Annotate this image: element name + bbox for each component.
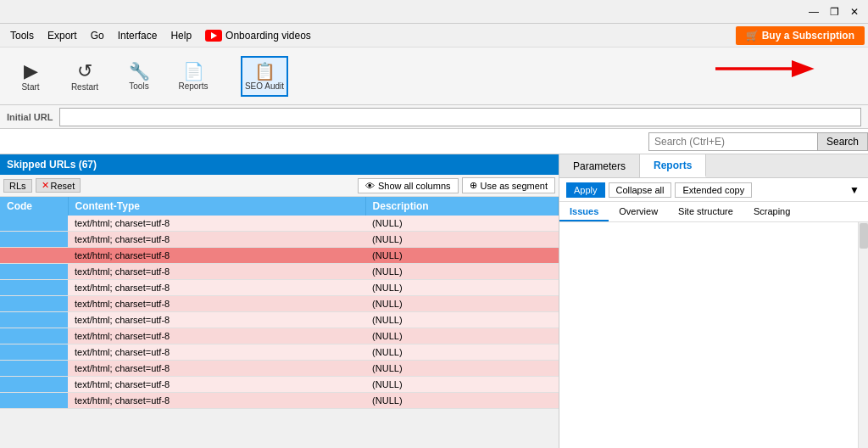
menu-help[interactable]: Help [164,26,198,45]
cell-description: (NULL) [365,393,558,409]
collapse-all-button[interactable]: Collapse all [609,182,672,198]
right-actions: Apply Collapse all Extended copy ▼ [559,178,868,202]
cell-description: (NULL) [365,216,558,232]
urlbar: Initial URL [0,105,868,129]
arrow-indicator [715,56,817,84]
cell-content-type: text/html; charset=utf-8 [68,344,365,361]
arrow-svg [715,56,817,81]
cell-content-type: text/html; charset=utf-8 [68,361,365,377]
cell-content-type: text/html; charset=utf-8 [68,312,365,328]
table-row[interactable]: text/html; charset=utf-8 (NULL) [0,361,559,377]
extended-copy-button[interactable]: Extended copy [675,182,752,198]
use-segment-button[interactable]: ⊕ Use as segment [462,177,555,193]
table-row[interactable]: text/html; charset=utf-8 (NULL) [0,393,559,409]
table-row[interactable]: text/html; charset=utf-8 (NULL) [0,296,559,312]
url-input[interactable] [59,108,861,126]
cell-content-type: text/html; charset=utf-8 [68,280,365,296]
cell-content-type: text/html; charset=utf-8 [68,264,365,280]
cell-description: (NULL) [365,361,558,377]
table-row[interactable]: text/html; charset=utf-8 (NULL) [0,216,559,232]
table-row[interactable]: text/html; charset=utf-8 (NULL) [0,328,559,344]
issues-tree [559,222,858,448]
tab-scraping[interactable]: Scraping [743,202,800,221]
search-button[interactable]: Search [818,132,868,151]
restart-button[interactable]: ↺ Restart [61,56,108,97]
tab-site-structure[interactable]: Site structure [668,202,743,221]
menubar: Tools Export Go Interface Help Onboardin… [0,24,868,48]
cell-code [0,280,68,296]
right-tabs: Parameters Reports [559,154,868,178]
cell-content-type: text/html; charset=utf-8 [68,377,365,393]
titlebar: — ❐ ✕ [0,0,868,24]
cell-description: (NULL) [365,248,558,264]
search-input[interactable] [648,132,818,151]
onboarding-button[interactable]: Onboarding videos [198,28,318,43]
cell-description: (NULL) [365,264,558,280]
seo-audit-icon: 📋 [254,61,275,81]
reset-filter[interactable]: ✕ Reset [36,178,81,193]
reports-button[interactable]: 📄 Reports [170,56,217,97]
cell-code [0,216,68,232]
cell-code [0,232,68,248]
main-content: Skipped URLs (67) RLs ✕ Reset 👁 Show all… [0,154,868,448]
cell-description: (NULL) [365,280,558,296]
cell-description: (NULL) [365,377,558,393]
tools-button[interactable]: 🔧 Tools [115,56,163,97]
cell-content-type: text/html; charset=utf-8 [68,296,365,312]
youtube-icon [205,30,222,42]
menu-go[interactable]: Go [84,26,111,45]
table-row[interactable]: text/html; charset=utf-8 (NULL) [0,344,559,361]
maximize-button[interactable]: ❐ [824,3,844,20]
close-button[interactable]: ✕ [844,3,865,20]
start-icon: ▶ [24,60,38,82]
cell-code [0,361,68,377]
dropdown-arrow[interactable]: ▼ [848,183,861,197]
toolbar: ▶ Start ↺ Restart 🔧 Tools 📄 Reports 📋 SE… [0,48,868,105]
tab-reports[interactable]: Reports [640,154,706,177]
table-row[interactable]: text/html; charset=utf-8 (NULL) [0,232,559,248]
scrollbar-thumb[interactable] [860,223,868,249]
col-header-description: Description [365,197,558,216]
tab-overview[interactable]: Overview [609,202,668,221]
cell-description: (NULL) [365,296,558,312]
tools-icon: 🔧 [129,61,150,81]
issues-tabs: Issues Overview Site structure Scraping [559,202,868,222]
cell-code [0,328,68,344]
cart-icon: 🛒 [746,30,759,42]
cell-description: (NULL) [365,232,558,248]
seo-audit-button[interactable]: 📋 SEO Audit [241,56,288,97]
cell-code [0,344,68,361]
right-panel: Parameters Reports Apply Collapse all Ex… [559,154,868,448]
filter-rls[interactable]: RLs [3,179,32,193]
start-button[interactable]: ▶ Start [7,56,54,97]
col-header-content-type: Content-Type [68,197,365,216]
cell-content-type: text/html; charset=utf-8 [68,328,365,344]
left-panel: Skipped URLs (67) RLs ✕ Reset 👁 Show all… [0,154,559,448]
table-row[interactable]: text/html; charset=utf-8 (NULL) [0,312,559,328]
table-row[interactable]: text/html; charset=utf-8 (NULL) [0,248,559,264]
menu-tools[interactable]: Tools [3,26,41,45]
reports-icon: 📄 [183,61,204,81]
table-row[interactable]: text/html; charset=utf-8 (NULL) [0,264,559,280]
cell-content-type: text/html; charset=utf-8 [68,248,365,264]
cell-code [0,296,68,312]
data-table-wrapper: Code Content-Type Description text/html;… [0,197,559,448]
url-label: Initial URL [7,112,53,122]
segment-icon: ⊕ [470,180,477,191]
table-row[interactable]: text/html; charset=utf-8 (NULL) [0,280,559,296]
show-columns-button[interactable]: 👁 Show all columns [358,178,459,193]
cell-code [0,393,68,409]
table-row[interactable]: text/html; charset=utf-8 (NULL) [0,377,559,393]
tab-issues[interactable]: Issues [559,202,609,221]
tab-parameters[interactable]: Parameters [559,154,640,177]
minimize-button[interactable]: — [804,3,824,20]
cell-description: (NULL) [365,312,558,328]
cell-content-type: text/html; charset=utf-8 [68,232,365,248]
cell-code [0,248,68,264]
scrollbar[interactable] [858,222,868,448]
menu-export[interactable]: Export [41,26,84,45]
apply-button[interactable]: Apply [566,182,605,198]
cell-description: (NULL) [365,328,558,344]
buy-subscription-button[interactable]: 🛒 Buy a Subscription [736,26,865,45]
menu-interface[interactable]: Interface [111,26,164,45]
